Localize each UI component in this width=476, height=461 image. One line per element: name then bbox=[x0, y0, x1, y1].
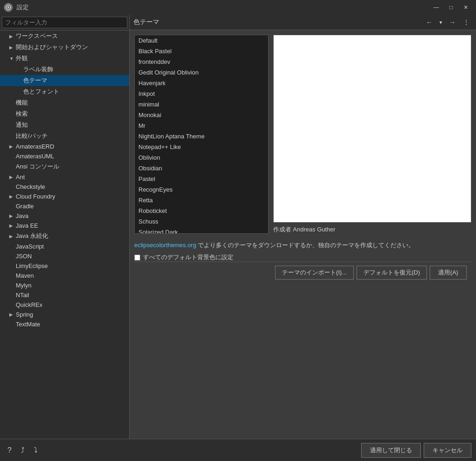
tree-label-javascript: JavaScript bbox=[16, 243, 44, 250]
sidebar-item-search[interactable]: 検索 bbox=[0, 108, 129, 119]
sidebar-item-ntail[interactable]: NTail bbox=[0, 290, 129, 300]
minimize-button[interactable]: — bbox=[430, 3, 443, 12]
eclipse-color-themes-link[interactable]: eclipsecolorthemes.org bbox=[134, 242, 196, 249]
tree-arrow-amateraserd: ▶ bbox=[9, 144, 14, 149]
tree-arrow-java: ▶ bbox=[9, 213, 14, 218]
export-button[interactable]: ⤴ bbox=[18, 445, 27, 455]
theme-item-havenjark[interactable]: Havenjark bbox=[135, 78, 268, 88]
sidebar-item-appearance[interactable]: ▼外観 bbox=[0, 53, 129, 64]
sidebar-item-label-decoration[interactable]: ラベル装飾 bbox=[0, 64, 129, 75]
back-button[interactable]: ← bbox=[423, 18, 435, 27]
theme-item-obsidian[interactable]: Obsidian bbox=[135, 163, 268, 174]
preview-author: 作成者 Andreas Guther bbox=[273, 225, 471, 234]
apply-close-button[interactable]: 適用して閉じる bbox=[361, 443, 421, 458]
apply-button[interactable]: 適用(A) bbox=[430, 266, 467, 280]
tree-label-quickrex: QuickREx bbox=[16, 301, 43, 308]
sidebar-item-maven[interactable]: Maven bbox=[0, 271, 129, 280]
tree-label-spring: Spring bbox=[16, 311, 33, 318]
tree-label-function: 機能 bbox=[16, 99, 28, 107]
sidebar-item-limy-eclipse[interactable]: LimyEclipse bbox=[0, 261, 129, 271]
sidebar-item-java-ee[interactable]: ▶Java EE bbox=[0, 221, 129, 230]
tree-label-limy-eclipse: LimyEclipse bbox=[16, 262, 48, 269]
sidebar-item-json[interactable]: JSON bbox=[0, 251, 129, 261]
sidebar-item-textmate[interactable]: TextMate bbox=[0, 319, 129, 329]
body-area: ▶ワークスペース▶開始およびシャットダウン▼外観ラベル装飾色テーマ色とフォント機… bbox=[0, 15, 476, 439]
sidebar-item-amateraserd[interactable]: ▶AmaterasERD bbox=[0, 142, 129, 151]
sidebar-item-gradle[interactable]: Gradle bbox=[0, 201, 129, 211]
theme-item-retta[interactable]: Retta bbox=[135, 195, 268, 206]
sidebar-item-workspace[interactable]: ▶ワークスペース bbox=[0, 31, 129, 42]
import-theme-button[interactable]: テーマのインポート(I)... bbox=[275, 266, 354, 280]
theme-item-recogneyes[interactable]: RecognEyes bbox=[135, 184, 268, 195]
cancel-button[interactable]: キャンセル bbox=[424, 443, 471, 458]
theme-item-minimal[interactable]: minimal bbox=[135, 99, 268, 110]
tree-label-color-font: 色とフォント bbox=[23, 87, 59, 96]
sidebar-item-javascript[interactable]: JavaScript bbox=[0, 242, 129, 251]
tree-label-java-ee: Java EE bbox=[16, 222, 38, 229]
back-dropdown-button[interactable]: ▼ bbox=[437, 19, 445, 26]
restore-default-button[interactable]: デフォルトを復元(D) bbox=[357, 266, 427, 280]
help-button[interactable]: ? bbox=[5, 445, 14, 455]
theme-item-mr[interactable]: Mr bbox=[135, 120, 268, 131]
import-button[interactable]: ⤵ bbox=[31, 445, 40, 455]
tree-label-ntail: NTail bbox=[16, 292, 29, 299]
sidebar-item-java[interactable]: ▶Java bbox=[0, 211, 129, 221]
theme-item-roboticket[interactable]: Roboticket bbox=[135, 206, 268, 216]
tree-label-mylyn: Mylyn bbox=[16, 282, 31, 289]
theme-item-inkpot[interactable]: Inkpot bbox=[135, 88, 268, 99]
theme-item-oblivion[interactable]: Oblivion bbox=[135, 152, 268, 163]
theme-item-nightlion[interactable]: NightLion Aptana Theme bbox=[135, 131, 268, 142]
theme-item-black-pastel[interactable]: Black Pastel bbox=[135, 46, 268, 56]
sidebar-item-cloud-foundry[interactable]: ▶Cloud Foundry bbox=[0, 192, 129, 201]
sidebar-item-amaterasuml[interactable]: AmaterasUML bbox=[0, 151, 129, 161]
sidebar-item-color-theme[interactable]: 色テーマ bbox=[0, 75, 129, 86]
content-title: 色テーマ bbox=[133, 18, 159, 26]
tree-label-appearance: 外観 bbox=[16, 54, 28, 62]
tree-label-json: JSON bbox=[16, 253, 32, 260]
tree-arrow-workspace: ▶ bbox=[9, 34, 14, 39]
bottom-right: 適用して閉じる キャンセル bbox=[361, 443, 471, 458]
sidebar-item-compare-patch[interactable]: 比較/パッチ bbox=[0, 131, 129, 142]
sidebar-item-java-persistence[interactable]: ▶Java 永続化 bbox=[0, 230, 129, 242]
tree-arrow-spring: ▶ bbox=[9, 312, 14, 317]
tree-label-workspace: ワークスペース bbox=[16, 32, 58, 40]
tree-container: ▶ワークスペース▶開始およびシャットダウン▼外観ラベル装飾色テーマ色とフォント機… bbox=[0, 31, 129, 439]
tree-arrow-startup-shutdown: ▶ bbox=[9, 45, 14, 50]
filter-container bbox=[0, 15, 129, 31]
tree-label-notification: 通知 bbox=[16, 121, 28, 129]
sidebar-item-quickrex[interactable]: QuickREx bbox=[0, 300, 129, 310]
sidebar-item-notification[interactable]: 通知 bbox=[0, 119, 129, 131]
sidebar-item-function[interactable]: 機能 bbox=[0, 97, 129, 108]
checkbox-label[interactable]: すべてのデフォルト背景色に設定 bbox=[143, 253, 233, 262]
menu-button[interactable]: ⋮ bbox=[460, 18, 472, 27]
forward-button[interactable]: → bbox=[446, 18, 458, 27]
sidebar-item-ant[interactable]: ▶Ant bbox=[0, 172, 129, 182]
tree-label-java-persistence: Java 永続化 bbox=[16, 232, 48, 240]
toolbar-buttons: ← ▼ → ⋮ bbox=[423, 18, 472, 27]
content-toolbar: 色テーマ ← ▼ → ⋮ bbox=[130, 15, 476, 30]
theme-item-notepadpp[interactable]: Notepad++ Like bbox=[135, 142, 268, 152]
theme-preview bbox=[273, 35, 471, 223]
maximize-button[interactable]: □ bbox=[445, 3, 457, 12]
tree-label-textmate: TextMate bbox=[16, 321, 40, 328]
close-button[interactable]: ✕ bbox=[459, 3, 472, 12]
theme-list[interactable]: DefaultBlack PastelfrontenddevGedit Orig… bbox=[134, 35, 269, 234]
sidebar-item-color-font[interactable]: 色とフォント bbox=[0, 86, 129, 97]
sidebar-item-startup-shutdown[interactable]: ▶開始およびシャットダウン bbox=[0, 42, 129, 53]
checkbox-area: すべてのデフォルト背景色に設定 bbox=[134, 253, 471, 262]
theme-item-gedit-oblivion[interactable]: Gedit Original Oblivion bbox=[135, 67, 268, 78]
theme-item-schuss[interactable]: Schuss bbox=[135, 216, 268, 227]
theme-item-pastel[interactable]: Pastel bbox=[135, 174, 268, 184]
sidebar-item-checkstyle[interactable]: Checkstyle bbox=[0, 182, 129, 192]
filter-input[interactable] bbox=[2, 17, 127, 28]
sidebar-item-mylyn[interactable]: Mylyn bbox=[0, 280, 129, 290]
theme-item-frontenddev[interactable]: frontenddev bbox=[135, 56, 268, 67]
theme-item-default[interactable]: Default bbox=[135, 35, 268, 46]
sidebar-item-spring[interactable]: ▶Spring bbox=[0, 310, 129, 319]
sidebar-item-ansi-console[interactable]: Ansi コンソール bbox=[0, 161, 129, 172]
default-background-checkbox[interactable] bbox=[134, 255, 140, 261]
theme-item-monokai[interactable]: Monokai bbox=[135, 110, 268, 120]
theme-item-solarized-dark[interactable]: Solarized Dark bbox=[135, 227, 268, 234]
theme-area: DefaultBlack PastelfrontenddevGedit Orig… bbox=[134, 35, 471, 234]
tree-label-cloud-foundry: Cloud Foundry bbox=[16, 193, 55, 200]
